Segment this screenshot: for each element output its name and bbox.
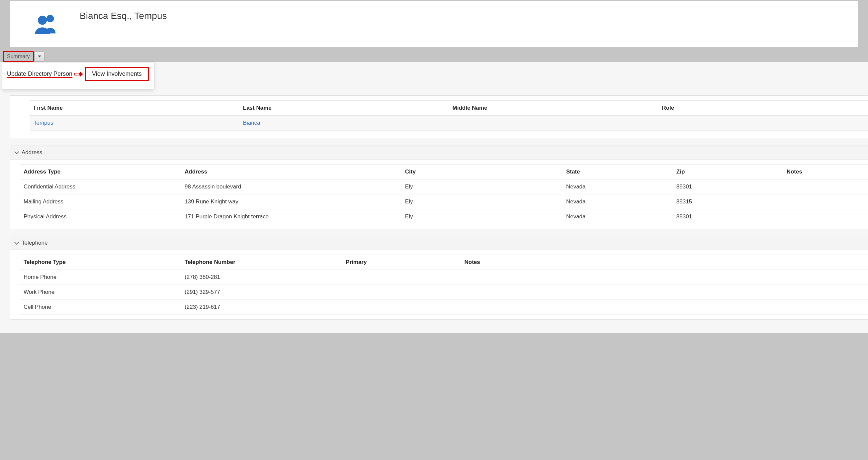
state-cell: Nevada (563, 195, 673, 209)
col-tel-type: Telephone Type (20, 255, 181, 270)
table-row: Confidential Address98 Assassin boulevar… (20, 179, 868, 195)
table-row: Tempus Bianca (30, 116, 868, 131)
telephone-panel-title: Telephone (22, 240, 48, 246)
col-role: Role (658, 101, 868, 116)
tab-summary[interactable]: Summary (3, 51, 34, 62)
name-table: First Name Last Name Middle Name Role Te… (30, 100, 868, 131)
tel-notes-cell (461, 285, 868, 300)
address-panel-toggle[interactable]: Address (10, 146, 868, 160)
col-first-name: First Name (30, 101, 240, 116)
svg-point-0 (46, 15, 54, 22)
col-tel-number: Telephone Number (181, 255, 342, 270)
col-state: State (563, 165, 673, 179)
col-zip: Zip (673, 165, 783, 179)
col-last-name: Last Name (240, 101, 449, 116)
tel-notes-cell (461, 300, 868, 315)
middle-name-cell (449, 116, 659, 131)
tel-primary-cell (342, 270, 461, 285)
page: Bianca Esq., Tempus Summary Update Direc… (0, 1, 868, 460)
address-type-cell: Physical Address (20, 209, 181, 224)
col-city: City (402, 165, 563, 179)
address-cell: 171 Purple Dragon Knight terrace (181, 209, 402, 224)
tel-notes-cell (461, 270, 868, 285)
tab-dropdown-button[interactable] (34, 52, 44, 61)
city-cell: Ely (402, 209, 563, 224)
arrow-right-icon (74, 71, 83, 77)
zip-cell: 89301 (673, 179, 783, 195)
chevron-down-icon (14, 149, 19, 154)
svg-point-1 (38, 16, 47, 25)
address-type-cell: Mailing Address (20, 195, 181, 209)
city-cell: Ely (402, 179, 563, 195)
table-header-row: Address Type Address City State Zip Note… (20, 165, 868, 179)
tel-primary-cell (342, 285, 461, 300)
people-icon (33, 11, 60, 37)
telephone-panel-toggle[interactable]: Telephone (10, 236, 868, 250)
state-cell: Nevada (563, 209, 673, 224)
col-tel-notes: Notes (461, 255, 868, 270)
telephone-panel: Telephone Telephone Type Telephone Numbe… (10, 236, 868, 320)
name-panel: First Name Last Name Middle Name Role Te… (10, 95, 868, 139)
svg-rect-2 (74, 73, 80, 75)
chevron-down-icon (38, 56, 41, 57)
tel-type-cell: Home Phone (20, 270, 181, 285)
tab-bar: Summary (0, 47, 868, 62)
address-type-cell: Confidential Address (20, 179, 181, 195)
role-cell (658, 116, 868, 131)
menu-popup: Update Directory Person View Involvement… (2, 62, 154, 89)
menu-item-view-involvements[interactable]: View Involvements (85, 67, 149, 81)
chevron-down-icon (14, 240, 19, 245)
table-row: Cell Phone(223) 219-617 (20, 300, 868, 315)
col-address: Address (181, 165, 402, 179)
tel-primary-cell (342, 300, 461, 315)
address-table: Address Type Address City State Zip Note… (20, 164, 868, 224)
tel-number-cell: (278) 380-281 (181, 270, 342, 285)
first-name-link[interactable]: Tempus (34, 120, 54, 126)
tel-number-cell: (223) 219-617 (181, 300, 342, 315)
telephone-table: Telephone Type Telephone Number Primary … (20, 255, 868, 315)
table-row: Work Phone(291) 329-577 (20, 285, 868, 300)
address-cell: 139 Rune Knight way (181, 195, 402, 209)
zip-cell: 89315 (673, 195, 783, 209)
col-address-type: Address Type (20, 165, 181, 179)
table-header-row: Telephone Type Telephone Number Primary … (20, 255, 868, 270)
notes-cell (783, 209, 868, 224)
city-cell: Ely (402, 195, 563, 209)
state-cell: Nevada (563, 179, 673, 195)
address-panel-title: Address (22, 149, 42, 156)
notes-cell (783, 179, 868, 195)
table-row: Mailing Address139 Rune Knight wayElyNev… (20, 195, 868, 209)
table-row: Home Phone(278) 380-281 (20, 270, 868, 285)
table-header-row: First Name Last Name Middle Name Role (30, 101, 868, 116)
content-area: Update Directory Person View Involvement… (0, 62, 868, 333)
header-card: Bianca Esq., Tempus (10, 1, 858, 47)
page-title: Bianca Esq., Tempus (80, 11, 167, 21)
last-name-link[interactable]: Bianca (243, 120, 260, 126)
address-cell: 98 Assassin boulevard (181, 179, 402, 195)
col-notes: Notes (783, 165, 868, 179)
table-row: Physical Address171 Purple Dragon Knight… (20, 209, 868, 224)
tel-type-cell: Work Phone (20, 285, 181, 300)
address-panel: Address Address Type Address City State … (10, 146, 868, 229)
zip-cell: 89301 (673, 209, 783, 224)
tel-type-cell: Cell Phone (20, 300, 181, 315)
menu-item-update-directory-person[interactable]: Update Directory Person (7, 70, 72, 78)
col-tel-primary: Primary (342, 255, 461, 270)
col-middle-name: Middle Name (449, 101, 659, 116)
notes-cell (783, 195, 868, 209)
tel-number-cell: (291) 329-577 (181, 285, 342, 300)
